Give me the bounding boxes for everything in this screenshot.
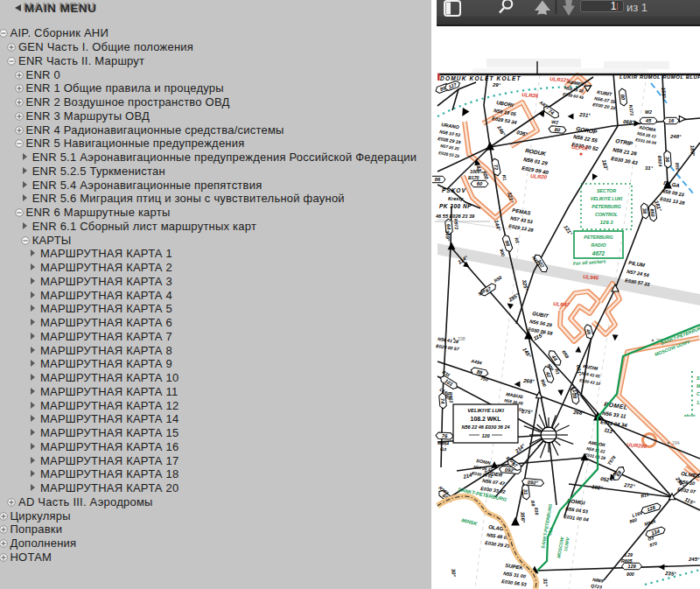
svg-text:B8: B8 bbox=[530, 500, 536, 506]
svg-text:1.: 1. bbox=[696, 400, 700, 405]
svg-text:4672: 4672 bbox=[592, 250, 606, 256]
svg-text:PEMAS: PEMAS bbox=[512, 207, 531, 216]
svg-text:850: 850 bbox=[675, 163, 681, 171]
svg-text:750: 750 bbox=[480, 375, 489, 382]
svg-text:N56 07 47: N56 07 47 bbox=[482, 478, 506, 487]
svg-text:E029 13 28: E029 13 28 bbox=[508, 223, 535, 233]
svg-text:810: 810 bbox=[534, 507, 540, 515]
svg-text:R58: R58 bbox=[561, 349, 570, 359]
svg-text:231°: 231° bbox=[578, 112, 591, 118]
svg-text:60: 60 bbox=[477, 181, 483, 186]
svg-text:VELIKIYE LUKI: VELIKIYE LUKI bbox=[591, 196, 623, 201]
svg-text:29°: 29° bbox=[492, 82, 501, 88]
svg-text:268°: 268° bbox=[572, 410, 584, 416]
svg-text:102°: 102° bbox=[592, 484, 604, 491]
svg-text:PETERBURG: PETERBURG bbox=[592, 204, 620, 209]
svg-text:235°: 235° bbox=[664, 571, 676, 577]
svg-text:338: 338 bbox=[458, 336, 466, 341]
svg-text:E030 30 43: E030 30 43 bbox=[611, 156, 639, 165]
svg-text:120: 120 bbox=[481, 433, 489, 438]
svg-text:SECTOR: SECTOR bbox=[597, 188, 616, 193]
svg-text:356°: 356° bbox=[520, 512, 526, 523]
svg-text:E031 00 04: E031 00 04 bbox=[564, 514, 590, 522]
svg-text:N57 24 54: N57 24 54 bbox=[626, 269, 650, 278]
svg-text:VELIKIYE LUKI: VELIKIYE LUKI bbox=[467, 408, 504, 413]
svg-text:E031 13 28: E031 13 28 bbox=[660, 196, 686, 206]
svg-text:T578: T578 bbox=[606, 454, 617, 466]
svg-text:294: 294 bbox=[672, 440, 680, 445]
svg-text:31: 31 bbox=[522, 488, 528, 494]
svg-text:CONTROL: CONTROL bbox=[595, 212, 618, 217]
svg-text:052°: 052° bbox=[600, 476, 612, 483]
svg-text:PILUM: PILUM bbox=[628, 260, 646, 268]
svg-text:SONIN: SONIN bbox=[476, 458, 491, 466]
svg-text:ULR125: ULR125 bbox=[550, 76, 570, 83]
svg-text:E028 55 25: E028 55 25 bbox=[438, 151, 460, 158]
svg-text:B170: B170 bbox=[468, 175, 480, 180]
svg-text:ULR47: ULR47 bbox=[553, 301, 570, 308]
svg-text:W2: W2 bbox=[551, 119, 558, 125]
svg-text:129.3: 129.3 bbox=[599, 220, 613, 225]
svg-text:N57 55 25: N57 55 25 bbox=[440, 144, 460, 151]
svg-text:349°: 349° bbox=[444, 230, 451, 242]
svg-text:N55 31 00: N55 31 00 bbox=[503, 571, 527, 579]
svg-text:R972: R972 bbox=[453, 219, 459, 230]
svg-text:248°: 248° bbox=[669, 134, 682, 139]
svg-text:268°: 268° bbox=[522, 378, 535, 384]
svg-text:325°: 325° bbox=[522, 279, 528, 291]
svg-text:108.2 WKL: 108.2 WKL bbox=[471, 416, 501, 422]
svg-text:146°: 146° bbox=[496, 125, 507, 137]
svg-text:RADIO: RADIO bbox=[591, 242, 606, 248]
svg-text:GOROP: GOROP bbox=[576, 125, 598, 135]
svg-text:36: 36 bbox=[665, 157, 670, 164]
svg-text:158°: 158° bbox=[661, 88, 667, 99]
svg-text:068°: 068° bbox=[623, 119, 634, 125]
svg-text:N58 01 29: N58 01 29 bbox=[523, 157, 549, 166]
svg-text:N56 22 46 E030 36 24: N56 22 46 E030 36 24 bbox=[461, 424, 509, 430]
svg-text:144°: 144° bbox=[494, 220, 501, 232]
svg-text:N56 04 53: N56 04 53 bbox=[565, 506, 589, 515]
svg-text:S: S bbox=[696, 375, 700, 381]
svg-text:ULL: ULL bbox=[547, 526, 554, 536]
svg-text:113°: 113° bbox=[604, 427, 616, 435]
svg-text:E028 53 34: E028 53 34 bbox=[492, 116, 518, 125]
svg-text:L29: L29 bbox=[625, 552, 633, 557]
svg-text:183°: 183° bbox=[601, 159, 609, 172]
svg-text:860: 860 bbox=[629, 517, 638, 524]
svg-text:RODUK: RODUK bbox=[525, 147, 548, 157]
svg-text:R972: R972 bbox=[448, 392, 454, 403]
svg-text:86: 86 bbox=[435, 177, 441, 182]
svg-text:900: 900 bbox=[626, 571, 634, 577]
svg-text:092°: 092° bbox=[528, 480, 539, 486]
svg-text:Kresty: Kresty bbox=[448, 196, 464, 201]
svg-text:SANKT-PETERBURG: SANKT-PETERBURG bbox=[540, 503, 553, 549]
svg-text:115°: 115° bbox=[684, 496, 696, 506]
svg-text:For all sectors: For all sectors bbox=[573, 258, 606, 266]
svg-text:Q723: Q723 bbox=[591, 583, 603, 589]
svg-text:R805: R805 bbox=[621, 558, 633, 564]
svg-text:R11: R11 bbox=[640, 492, 650, 499]
svg-text:R1: R1 bbox=[514, 236, 521, 243]
svg-text:E032 07: E032 07 bbox=[677, 487, 696, 494]
svg-text:R58: R58 bbox=[493, 275, 502, 284]
svg-text:272°: 272° bbox=[623, 482, 636, 489]
svg-text:31°: 31° bbox=[645, 165, 654, 171]
svg-text:A494: A494 bbox=[470, 358, 482, 366]
svg-text:E031 06 04: E031 06 04 bbox=[635, 137, 657, 145]
svg-text:180°: 180° bbox=[690, 145, 696, 157]
svg-text:M864: M864 bbox=[644, 518, 656, 527]
svg-text:16: 16 bbox=[668, 118, 675, 123]
svg-text:ULP22: ULP22 bbox=[571, 144, 589, 151]
svg-text:W2: W2 bbox=[645, 109, 652, 115]
svg-text:MINSK: MINSK bbox=[461, 517, 479, 526]
svg-text:N58 21 26: N58 21 26 bbox=[612, 147, 638, 157]
svg-text:31°: 31° bbox=[542, 578, 549, 587]
svg-text:ULR28: ULR28 bbox=[522, 92, 539, 99]
svg-text:GUBIT: GUBIT bbox=[532, 311, 550, 319]
svg-text:46 55 E026 23 39: 46 55 E026 23 39 bbox=[435, 214, 475, 219]
svg-text:PETERBURG: PETERBURG bbox=[584, 235, 612, 240]
svg-text:30°: 30° bbox=[451, 569, 457, 578]
svg-text:036°: 036° bbox=[516, 130, 528, 137]
svg-text:PSKOV: PSKOV bbox=[442, 187, 466, 193]
svg-text:OTRIP: OTRIP bbox=[615, 137, 634, 146]
